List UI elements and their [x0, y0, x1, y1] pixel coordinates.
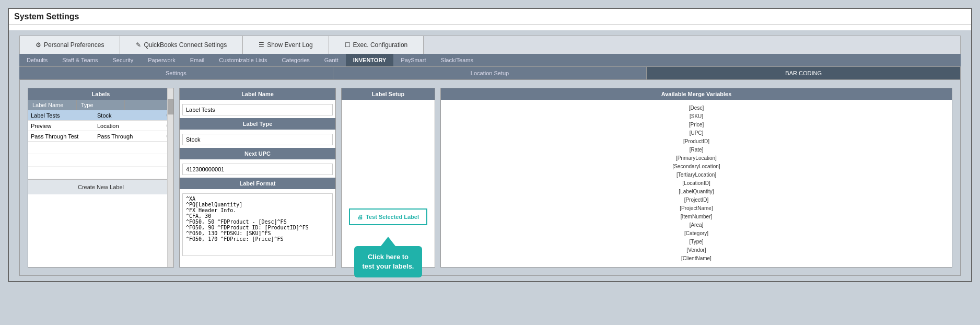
- nav-paperwork[interactable]: Paperwork: [141, 54, 183, 66]
- label-name-input[interactable]: [182, 104, 333, 115]
- scrollbar-track[interactable]: [167, 88, 173, 267]
- nav-email[interactable]: Email: [183, 54, 212, 66]
- top-tabs: ⚙ Personal Preferences ✎ QuickBooks Conn…: [19, 36, 961, 54]
- labels-panel: Labels Label Name Type Label Tests Stock…: [28, 88, 174, 268]
- nav-security[interactable]: Security: [105, 54, 141, 66]
- col-label-type: Type: [77, 100, 125, 110]
- section-settings[interactable]: Settings: [19, 67, 333, 79]
- label-row[interactable]: Pass Through Test Pass Through ⊖: [28, 131, 173, 142]
- next-upc-input[interactable]: [182, 164, 333, 175]
- tooltip-arrow: [381, 237, 395, 246]
- nav-gantt[interactable]: Gantt: [317, 54, 346, 66]
- label-setup-panel: Label Setup 🖨 Test Selected Label Click …: [341, 88, 435, 268]
- next-upc-header: Next UPC: [180, 148, 335, 159]
- gear-icon: ⚙: [36, 41, 41, 49]
- nav-paysmart[interactable]: PaySmart: [393, 54, 433, 66]
- nav-staff[interactable]: Staff & Teams: [55, 54, 105, 66]
- label-row[interactable]: Label Tests Stock ⊖: [28, 110, 173, 121]
- test-selected-label-button[interactable]: 🖨 Test Selected Label: [349, 208, 427, 225]
- tab-personal[interactable]: ⚙ Personal Preferences: [20, 36, 120, 54]
- main-content: ⚙ Personal Preferences ✎ QuickBooks Conn…: [9, 30, 971, 281]
- create-new-label-button[interactable]: Create New Label: [28, 179, 173, 194]
- label-type-header: Label Type: [180, 118, 335, 130]
- printer-icon: 🖨: [357, 214, 363, 220]
- scrollbar-thumb[interactable]: [168, 99, 174, 114]
- nav-slack[interactable]: Slack/Teams: [434, 54, 481, 66]
- merge-variables-list: [Desc] [SKU] [Price] [UPC] [ProductID] […: [441, 100, 952, 267]
- tab-exec[interactable]: ☐ Exec. Configuration: [329, 36, 424, 54]
- merge-variables-panel: Available Merge Variables [Desc] [SKU] […: [440, 88, 952, 268]
- tab-eventlog[interactable]: ☰ Show Event Log: [243, 36, 329, 54]
- label-format-header: Label Format: [180, 178, 335, 189]
- label-name-field-group: [180, 100, 335, 118]
- col-actions: [125, 100, 173, 110]
- labels-subheader: Label Name Type: [28, 100, 173, 110]
- merge-panel-header: Available Merge Variables: [441, 88, 952, 100]
- page-wrapper: System Settings ⚙ Personal Preferences ✎…: [0, 0, 980, 325]
- next-upc-field-group: [180, 159, 335, 178]
- tooltip-arrow-container: Click here to test your labels.: [381, 237, 395, 246]
- label-name-panel: Label Name Label Type Next UPC Label For…: [179, 88, 336, 268]
- setup-panel-header: Label Setup: [342, 88, 435, 100]
- labels-panel-header: Labels: [28, 88, 173, 100]
- setup-panel-body: [342, 100, 435, 208]
- content-area: Labels Label Name Type Label Tests Stock…: [19, 79, 961, 276]
- label-type-input[interactable]: [182, 134, 333, 145]
- label-type-field-group: [180, 130, 335, 148]
- nav-bar: Defaults Staff & Teams Security Paperwor…: [19, 54, 961, 66]
- section-location[interactable]: Location Setup: [333, 67, 647, 79]
- tooltip-box: Click here to test your labels.: [354, 246, 422, 277]
- section-barcoding[interactable]: BAR CODING: [647, 67, 961, 79]
- nav-inventory[interactable]: INVENTORY: [346, 54, 394, 66]
- empty-row: [28, 154, 173, 167]
- label-name-header: Label Name: [180, 88, 335, 100]
- label-format-textarea[interactable]: ^XA ^PQ[LabelQuantity] ^FX Header Info. …: [182, 193, 333, 256]
- tab-quickbooks[interactable]: ✎ QuickBooks Connect Settings: [120, 36, 243, 54]
- col-label-name: Label Name: [28, 100, 77, 110]
- label-row[interactable]: Preview Location ⊖: [28, 121, 173, 131]
- empty-row: [28, 167, 173, 179]
- connect-icon: ✎: [136, 41, 141, 49]
- section-tabs: Settings Location Setup BAR CODING: [19, 66, 961, 79]
- log-icon: ☰: [259, 41, 264, 49]
- nav-categories[interactable]: Categories: [275, 54, 317, 66]
- nav-lists[interactable]: Customizable Lists: [212, 54, 274, 66]
- config-icon: ☐: [345, 41, 351, 49]
- label-format-field-group: ^XA ^PQ[LabelQuantity] ^FX Header Info. …: [180, 189, 335, 260]
- empty-row: [28, 142, 173, 154]
- page-title: System Settings: [9, 9, 971, 25]
- system-settings-container: System Settings ⚙ Personal Preferences ✎…: [8, 8, 972, 282]
- nav-defaults[interactable]: Defaults: [19, 54, 55, 66]
